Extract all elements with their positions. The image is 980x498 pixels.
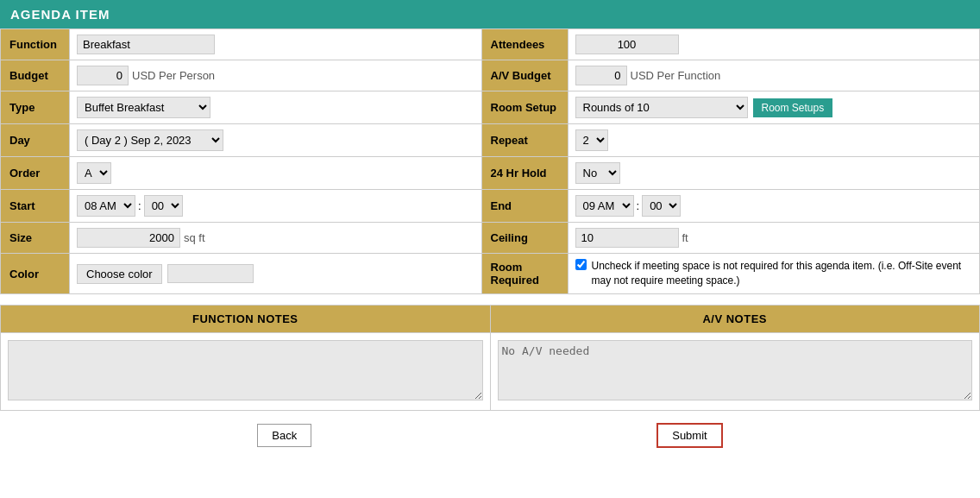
budget-input[interactable] (77, 66, 129, 85)
av-budget-unit: USD Per Function (631, 69, 721, 82)
end-colon: : (637, 199, 640, 212)
size-input[interactable] (77, 228, 180, 248)
attendees-value-cell (569, 29, 980, 60)
color-swatch (167, 264, 254, 283)
repeat-value-cell: 1 2 3 4 5 (569, 124, 980, 156)
ceiling-input[interactable] (575, 228, 679, 248)
av-budget-input[interactable] (575, 66, 627, 85)
room-required-checkbox-label: Uncheck if meeting space is not required… (575, 259, 973, 288)
room-setups-button[interactable]: Room Setups (753, 98, 833, 117)
end-value-cell: 07 AM 08 AM 09 AM 10 AM 11 AM : 00 15 30… (569, 190, 980, 222)
budget-label: Budget (1, 60, 70, 91)
function-label: Function (1, 29, 70, 60)
room-required-value-cell: Uncheck if meeting space is not required… (569, 254, 980, 293)
room-required-checkbox[interactable] (575, 259, 587, 270)
hold24-select[interactable]: No Yes (575, 162, 620, 184)
function-notes-header: FUNCTION NOTES (1, 306, 491, 332)
function-notes-cell (1, 333, 491, 410)
start-colon: : (138, 199, 141, 212)
color-label: Color (1, 254, 70, 293)
ceiling-unit: ft (682, 231, 688, 244)
av-budget-value-cell: USD Per Function (569, 60, 980, 91)
size-label: Size (1, 223, 70, 253)
start-label: Start (1, 190, 70, 222)
footer: Back Submit (0, 411, 980, 460)
order-value-cell: A B C D (70, 157, 482, 189)
function-value-cell (70, 29, 482, 60)
start-hour-select[interactable]: 06 AM 07 AM 08 AM 09 AM 10 AM (77, 195, 135, 217)
type-label: Type (1, 91, 70, 123)
order-label: Order (1, 157, 70, 189)
av-notes-textarea[interactable]: No A/V needed (498, 340, 973, 400)
end-hour-select[interactable]: 07 AM 08 AM 09 AM 10 AM 11 AM (575, 195, 634, 217)
type-select[interactable]: Buffet Breakfast Continental Breakfast P… (77, 97, 210, 118)
hold24-label: 24 Hr Hold (482, 157, 569, 189)
end-label: End (482, 190, 569, 222)
size-value-cell: sq ft (70, 223, 482, 253)
day-label: Day (1, 124, 70, 156)
hold24-value-cell: No Yes (569, 157, 980, 189)
room-required-label: Room Required (482, 254, 569, 293)
end-min-select[interactable]: 00 15 30 45 (642, 195, 681, 217)
room-setup-label: Room Setup (482, 91, 569, 123)
repeat-select[interactable]: 1 2 3 4 5 (575, 129, 608, 151)
choose-color-button[interactable]: Choose color (77, 264, 162, 284)
submit-button[interactable]: Submit (656, 423, 722, 448)
av-notes-cell: No A/V needed (491, 333, 980, 410)
repeat-label: Repeat (482, 124, 569, 156)
type-value-cell: Buffet Breakfast Continental Breakfast P… (70, 91, 482, 123)
start-min-select[interactable]: 00 15 30 45 (144, 195, 183, 217)
order-select[interactable]: A B C D (77, 162, 111, 184)
page-title: AGENDA ITEM (0, 0, 980, 28)
room-setup-value-cell: Rounds of 10 Theater Classroom Banquet R… (569, 91, 980, 123)
av-budget-label: A/V Budget (482, 60, 569, 91)
attendees-input[interactable] (575, 35, 679, 54)
room-setup-select[interactable]: Rounds of 10 Theater Classroom Banquet (575, 97, 748, 118)
day-value-cell: ( Day 1 ) Sep 1, 2023 ( Day 2 ) Sep 2, 2… (70, 124, 482, 156)
room-required-text: Uncheck if meeting space is not required… (592, 259, 973, 288)
ceiling-value-cell: ft (569, 223, 980, 253)
function-input[interactable] (77, 35, 215, 54)
size-unit: sq ft (184, 231, 205, 244)
start-value-cell: 06 AM 07 AM 08 AM 09 AM 10 AM : 00 15 30… (70, 190, 482, 222)
budget-unit: USD Per Person (132, 69, 215, 82)
attendees-label: Attendees (482, 29, 569, 60)
function-notes-textarea[interactable] (8, 340, 483, 400)
ceiling-label: Ceiling (482, 223, 569, 253)
av-notes-header: A/V NOTES (491, 306, 980, 332)
color-value-cell: Choose color (70, 254, 482, 293)
back-button[interactable]: Back (257, 424, 311, 447)
budget-value-cell: USD Per Person (70, 60, 482, 91)
day-select[interactable]: ( Day 1 ) Sep 1, 2023 ( Day 2 ) Sep 2, 2… (77, 129, 223, 151)
